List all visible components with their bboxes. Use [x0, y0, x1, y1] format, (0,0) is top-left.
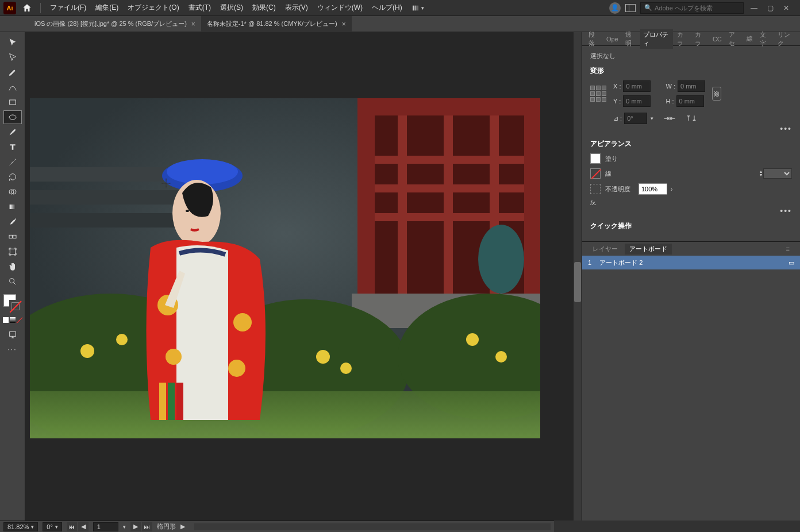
svg-rect-46	[168, 383, 175, 420]
stroke-swatch[interactable]	[9, 300, 22, 313]
pen-tool[interactable]	[3, 65, 22, 79]
quick-actions-heading: クイック操作	[590, 221, 792, 231]
gradient-tool[interactable]	[3, 200, 22, 214]
canvas[interactable]	[25, 32, 582, 521]
close-button[interactable]: ✕	[780, 3, 792, 13]
maximize-button[interactable]: ▢	[764, 3, 776, 13]
close-icon[interactable]: ×	[342, 20, 346, 28]
menu-item[interactable]: ウィンドウ(W)	[313, 0, 367, 16]
reference-point-grid[interactable]	[590, 86, 606, 102]
close-icon[interactable]: ×	[191, 20, 195, 28]
blend-tool[interactable]	[3, 230, 22, 244]
direct-selection-tool[interactable]	[3, 51, 22, 64]
document-tab-label: iOS の画像 (28) [復元].jpg* @ 25 % (RGB/プレビュー…	[34, 20, 187, 28]
zoom-tool[interactable]	[3, 275, 22, 288]
menu-item[interactable]: 表示(V)	[280, 0, 313, 16]
curvature-tool[interactable]	[3, 80, 22, 94]
type-tool[interactable]	[3, 140, 22, 154]
menu-item[interactable]: オブジェクト(O)	[123, 0, 183, 16]
h-label: H :	[666, 98, 674, 105]
artboard-number-field[interactable]: 1	[93, 522, 118, 531]
panel-tab-strip: 段落Ope透明プロパティカラカラCCアセ線文字リンク	[582, 32, 800, 46]
tab-artboards[interactable]: アートボード	[625, 244, 672, 255]
menu-item[interactable]: 選択(S)	[216, 0, 248, 16]
artboard-list-item[interactable]: 1 アートボード 2 ▭	[582, 256, 800, 269]
tab-layers[interactable]: レイヤー	[588, 244, 622, 255]
w-input[interactable]	[678, 80, 705, 92]
nav-last-icon[interactable]: ⏭	[142, 522, 152, 531]
mode-none[interactable]	[17, 317, 22, 323]
document-tab-label: 名称未設定-1* @ 81.82 % (CMYK/プレビュー)	[207, 20, 337, 28]
stroke-label: 線	[605, 169, 611, 178]
panel-tab[interactable]: Ope	[603, 34, 621, 44]
document-tab[interactable]: iOS の画像 (28) [復元].jpg* @ 25 % (RGB/プレビュー…	[29, 16, 201, 32]
artboard-nav-2: ▶ ⏭	[130, 522, 152, 531]
selection-tool[interactable]	[3, 36, 22, 49]
menu-item[interactable]: 編集(E)	[91, 0, 123, 16]
mode-color[interactable]	[3, 317, 9, 323]
svg-rect-16	[30, 213, 191, 228]
stroke-swatch-small[interactable]	[590, 168, 601, 179]
fill-swatch-small[interactable]	[590, 153, 601, 164]
artboard-panel-tabs: レイヤー アートボード ≡	[582, 242, 800, 256]
hand-tool[interactable]	[3, 260, 22, 273]
artboard-options-icon[interactable]: ▭	[789, 259, 794, 267]
fill-stroke-swatches[interactable]	[3, 294, 22, 313]
panel-menu-icon[interactable]: ≡	[782, 244, 794, 253]
svg-point-11	[9, 279, 14, 283]
artboard-tool[interactable]	[3, 245, 22, 259]
artboard-dropdown-icon[interactable]: ▾	[123, 524, 126, 530]
menu-item[interactable]: ヘルプ(H)	[367, 0, 407, 16]
flip-v-icon[interactable]: ⤒⤓	[686, 114, 697, 122]
appearance-more[interactable]: •••	[590, 206, 792, 215]
minimize-button[interactable]: —	[748, 3, 760, 13]
nav-first-icon[interactable]: ⏮	[67, 522, 77, 531]
artboard-index: 1	[588, 259, 591, 266]
nav-next-icon[interactable]: ▶	[130, 522, 141, 531]
stroke-weight-select[interactable]	[763, 168, 792, 179]
menu-item[interactable]: 書式(T)	[184, 0, 216, 16]
flip-h-icon[interactable]: ⇥⇤	[664, 114, 675, 122]
paintbrush-tool[interactable]	[3, 125, 22, 139]
panel-tab[interactable]: CC	[710, 34, 725, 44]
stroke-weight-stepper[interactable]: ▴▾	[760, 170, 762, 177]
menu-item[interactable]: ファイル(F)	[45, 0, 91, 16]
svg-point-34	[466, 333, 479, 346]
edit-toolbar[interactable]: ···	[3, 342, 22, 356]
transform-more[interactable]: •••	[590, 124, 792, 133]
h-input[interactable]	[676, 95, 704, 107]
vertical-scrollbar[interactable]	[574, 32, 582, 521]
panel-tab[interactable]: 線	[744, 33, 756, 44]
opacity-flyout-icon[interactable]: ›	[671, 186, 672, 192]
status-flyout-icon[interactable]: ▶	[180, 523, 185, 530]
workspace-switcher-icon[interactable]: ▾	[413, 3, 424, 13]
line-tool[interactable]	[3, 155, 22, 169]
mode-gradient[interactable]	[10, 317, 16, 323]
nav-prev-icon[interactable]: ◀	[78, 522, 89, 531]
help-search[interactable]: 🔍	[640, 2, 744, 14]
screen-mode-tool[interactable]	[3, 327, 22, 341]
rotate-field[interactable]: 0°▾	[43, 522, 62, 531]
horizontal-scrollbar[interactable]	[194, 523, 551, 530]
opacity-input[interactable]	[639, 183, 667, 195]
zoom-field[interactable]: 81.82%▾	[3, 522, 38, 531]
rectangle-tool[interactable]	[3, 95, 22, 109]
user-icon[interactable]: 👤	[609, 2, 621, 14]
arrange-icon[interactable]	[625, 4, 636, 12]
angle-input[interactable]	[624, 113, 647, 124]
svg-point-30	[80, 344, 94, 358]
home-icon[interactable]	[22, 3, 32, 13]
fx-label[interactable]: fx.	[590, 199, 792, 206]
ellipse-tool[interactable]	[3, 110, 22, 124]
eyedropper-tool[interactable]	[3, 215, 22, 229]
shape-builder-tool[interactable]	[3, 185, 22, 199]
x-input[interactable]	[623, 80, 651, 92]
svg-point-32	[316, 350, 330, 364]
svg-point-42	[233, 313, 252, 331]
help-search-input[interactable]	[655, 5, 740, 11]
menu-item[interactable]: 効果(C)	[248, 0, 280, 16]
y-input[interactable]	[623, 95, 651, 107]
link-wh-icon[interactable]: ⛓	[712, 87, 721, 101]
rotate-tool[interactable]	[3, 170, 22, 184]
document-tab[interactable]: 名称未設定-1* @ 81.82 % (CMYK/プレビュー)×	[201, 16, 352, 32]
